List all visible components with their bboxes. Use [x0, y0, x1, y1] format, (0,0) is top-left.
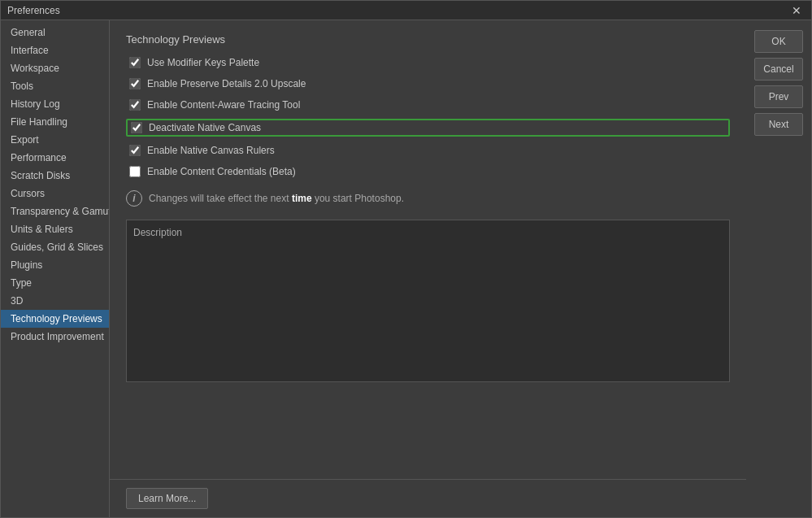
info-row: i Changes will take effect the next time… — [126, 187, 730, 210]
checkbox-row-enable-preserve-details: Enable Preserve Details 2.0 Upscale — [126, 76, 730, 91]
ok-button[interactable]: OK — [754, 30, 803, 53]
bottom-bar: Learn More... — [110, 479, 746, 517]
sidebar-item-product-improvement[interactable]: Product Improvement — [1, 328, 109, 346]
checkbox-enable-content-aware[interactable] — [129, 99, 141, 111]
right-section: Technology Previews Use Modifier Keys Pa… — [110, 20, 811, 517]
close-button[interactable]: ✕ — [788, 5, 805, 16]
info-prefix: Changes will take effect the next — [149, 193, 292, 204]
sidebar-item-3d[interactable]: 3D — [1, 292, 109, 310]
checkbox-row-enable-content-credentials: Enable Content Credentials (Beta) — [126, 164, 730, 179]
checkbox-label-enable-content-aware: Enable Content-Aware Tracing Tool — [147, 99, 300, 111]
sidebar-item-tools[interactable]: Tools — [1, 77, 109, 95]
checkbox-row-enable-content-aware: Enable Content-Aware Tracing Tool — [126, 98, 730, 112]
prev-button[interactable]: Prev — [754, 85, 803, 108]
sidebar-item-interface[interactable]: Interface — [1, 41, 109, 59]
action-buttons-panel: OK Cancel Prev Next — [746, 20, 811, 517]
preferences-window: Preferences ✕ GeneralInterfaceWorkspaceT… — [0, 0, 812, 518]
checkbox-label-enable-preserve-details: Enable Preserve Details 2.0 Upscale — [147, 78, 306, 89]
sidebar: GeneralInterfaceWorkspaceToolsHistory Lo… — [1, 20, 110, 517]
checkbox-label-use-modifier-keys: Use Modifier Keys Palette — [147, 57, 259, 68]
sidebar-item-file-handling[interactable]: File Handling — [1, 113, 109, 131]
checkbox-row-deactivate-native-canvas: Deactivate Native Canvas — [126, 119, 730, 137]
checkbox-label-enable-content-credentials: Enable Content Credentials (Beta) — [147, 166, 296, 177]
sidebar-item-units-rulers[interactable]: Units & Rulers — [1, 220, 109, 238]
section-title: Technology Previews — [126, 33, 730, 46]
window-content: GeneralInterfaceWorkspaceToolsHistory Lo… — [1, 20, 811, 517]
checkbox-enable-preserve-details[interactable] — [129, 78, 141, 89]
info-icon: i — [126, 190, 142, 207]
checkbox-row-use-modifier-keys: Use Modifier Keys Palette — [126, 55, 730, 70]
checkbox-label-deactivate-native-canvas: Deactivate Native Canvas — [149, 122, 261, 133]
sidebar-item-scratch-disks[interactable]: Scratch Disks — [1, 167, 109, 185]
checkbox-row-enable-native-canvas-rulers: Enable Native Canvas Rulers — [126, 143, 730, 158]
checkbox-enable-content-credentials[interactable] — [129, 166, 141, 177]
main-content-area: Technology Previews Use Modifier Keys Pa… — [110, 20, 746, 479]
checkbox-deactivate-native-canvas[interactable] — [131, 122, 142, 133]
sidebar-item-type[interactable]: Type — [1, 274, 109, 292]
checkbox-enable-native-canvas-rulers[interactable] — [129, 145, 141, 156]
next-button[interactable]: Next — [754, 113, 803, 136]
sidebar-item-workspace[interactable]: Workspace — [1, 59, 109, 77]
sidebar-item-general[interactable]: General — [1, 24, 109, 41]
sidebar-item-cursors[interactable]: Cursors — [1, 185, 109, 202]
sidebar-item-plugins[interactable]: Plugins — [1, 256, 109, 274]
cancel-button[interactable]: Cancel — [754, 58, 803, 81]
learn-more-button[interactable]: Learn More... — [126, 488, 208, 509]
window-title: Preferences — [7, 5, 60, 16]
description-title: Description — [133, 227, 723, 238]
sidebar-item-technology-previews[interactable]: Technology Previews — [1, 310, 109, 328]
sidebar-item-export[interactable]: Export — [1, 131, 109, 149]
checkboxes-container: Use Modifier Keys PaletteEnable Preserve… — [126, 55, 730, 179]
checkbox-label-enable-native-canvas-rulers: Enable Native Canvas Rulers — [147, 145, 275, 156]
sidebar-item-guides-grid-slices[interactable]: Guides, Grid & Slices — [1, 238, 109, 256]
sidebar-item-history-log[interactable]: History Log — [1, 95, 109, 113]
info-message: Changes will take effect the next time y… — [149, 193, 404, 204]
sidebar-item-transparency-gamut[interactable]: Transparency & Gamut — [1, 202, 109, 220]
main-panel: Technology Previews Use Modifier Keys Pa… — [110, 20, 746, 517]
checkbox-use-modifier-keys[interactable] — [129, 57, 141, 68]
title-bar: Preferences ✕ — [1, 1, 811, 20]
info-highlight: time — [292, 193, 312, 204]
sidebar-item-performance[interactable]: Performance — [1, 149, 109, 167]
description-box: Description — [126, 220, 730, 382]
info-suffix: you start Photoshop. — [312, 193, 404, 204]
